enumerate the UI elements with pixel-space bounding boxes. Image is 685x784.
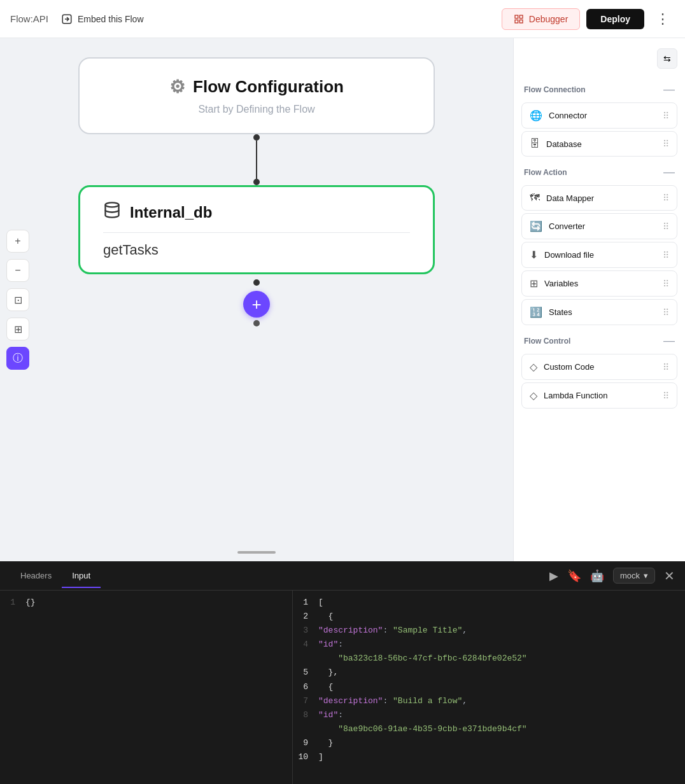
- section-title-flow-action: Flow Action: [524, 168, 567, 177]
- sidebar-item-label-data-mapper: Data Mapper: [546, 193, 594, 203]
- left-code-area: 1 {}: [0, 591, 292, 615]
- sidebar-toggle-button[interactable]: ⇆: [657, 48, 677, 69]
- drag-handle-custom-code[interactable]: ⠿: [663, 362, 669, 372]
- flow-container: ⚙ Flow Configuration Start by Defining t…: [40, 38, 473, 326]
- sidebar-item-variables[interactable]: ⊞ Variables ⠿: [521, 270, 677, 297]
- drag-handle-converter[interactable]: ⠿: [663, 221, 669, 232]
- lambda-function-icon: ◇: [530, 389, 537, 402]
- info-button[interactable]: ⓘ: [6, 347, 29, 370]
- drag-handle-data-mapper[interactable]: ⠿: [663, 193, 669, 203]
- sidebar-item-left-custom-code: ◇ Custom Code: [530, 361, 594, 373]
- sidebar-item-left-variables: ⊞ Variables: [530, 277, 578, 290]
- embed-flow-button[interactable]: Embed this Flow: [61, 13, 143, 25]
- more-options-button[interactable]: ⋮: [651, 8, 675, 30]
- svg-point-5: [106, 202, 119, 207]
- drag-handle-download-file[interactable]: ⠿: [663, 250, 669, 260]
- sidebar-item-left-database: 🗄 Database: [530, 138, 582, 150]
- drag-handle-states[interactable]: ⠿: [663, 307, 669, 318]
- connector-line: [256, 141, 257, 179]
- sidebar-item-data-mapper[interactable]: 🗺 Data Mapper ⠿: [521, 185, 677, 211]
- flow-config-node[interactable]: ⚙ Flow Configuration Start by Defining t…: [78, 57, 435, 134]
- flow-canvas[interactable]: + − ⊡ ⊞ ⓘ ⚙ Flow Configuration Start by …: [0, 38, 513, 561]
- db-node[interactable]: Internal_db getTasks: [78, 185, 435, 274]
- sidebar-item-left-connector: 🌐 Connector: [530, 109, 587, 122]
- sidebar-item-database[interactable]: 🗄 Database ⠿: [521, 131, 677, 157]
- section-collapse-flow-control[interactable]: —: [663, 334, 675, 347]
- drag-handle-lambda-function[interactable]: ⠿: [663, 391, 669, 401]
- sidebar-item-download-file[interactable]: ⬇ Download file ⠿: [521, 242, 677, 268]
- data-mapper-icon: 🗺: [530, 192, 540, 204]
- section-header-flow-control: Flow Control —: [514, 329, 685, 351]
- close-bottom-panel-button[interactable]: ✕: [664, 568, 675, 584]
- debugger-icon: [514, 14, 524, 24]
- sidebar-item-custom-code[interactable]: ◇ Custom Code ⠿: [521, 354, 677, 380]
- flow-config-title: ⚙ Flow Configuration: [169, 76, 344, 97]
- db-node-header: Internal_db: [103, 201, 410, 233]
- bottom-tab-right: ▶ 🔖 🤖 mock ▾ ✕: [549, 568, 675, 584]
- sidebar-item-connector[interactable]: 🌐 Connector ⠿: [521, 102, 677, 129]
- flow-title: Flow:API: [10, 13, 48, 24]
- sidebar-item-left-data-mapper: 🗺 Data Mapper: [530, 192, 594, 204]
- debugger-button[interactable]: Debugger: [502, 8, 581, 30]
- left-code-editor[interactable]: 1 {}: [0, 591, 293, 784]
- db-method: getTasks: [103, 233, 410, 258]
- grid-button[interactable]: ⊞: [6, 318, 29, 340]
- right-code-output: 1[ 2 { 3"description": "Sample Title", 4…: [293, 591, 685, 784]
- converter-icon: 🔄: [530, 220, 542, 232]
- sidebar-item-label-states: States: [549, 307, 572, 317]
- sidebar-item-lambda-function[interactable]: ◇ Lambda Function ⠿: [521, 382, 677, 409]
- sidebar-item-label-download-file: Download file: [544, 250, 594, 260]
- right-code-area: 1[ 2 { 3"description": "Sample Title", 4…: [293, 591, 685, 769]
- sidebar-item-label-variables: Variables: [544, 279, 578, 288]
- scroll-handle: [237, 551, 276, 554]
- mock-select[interactable]: mock ▾: [613, 568, 655, 584]
- connector-icon: 🌐: [530, 109, 542, 122]
- section-header-flow-action: Flow Action —: [514, 160, 685, 183]
- section-title-flow-control: Flow Control: [524, 337, 570, 346]
- fit-button[interactable]: ⊡: [6, 288, 29, 311]
- sidebar-item-label-converter: Converter: [549, 221, 585, 231]
- bottom-panel: Headers Input ▶ 🔖 🤖 mock ▾ ✕ 1 {}: [0, 561, 685, 784]
- sidebar-item-label-connector: Connector: [549, 111, 587, 120]
- settings-button[interactable]: 🤖: [590, 569, 604, 583]
- sidebar-item-left-lambda-function: ◇ Lambda Function: [530, 389, 607, 402]
- bookmark-button[interactable]: 🔖: [567, 569, 581, 583]
- zoom-in-button[interactable]: +: [6, 230, 29, 253]
- sidebar-item-label-lambda-function: Lambda Function: [544, 391, 607, 400]
- connector-dot-3: [253, 279, 260, 286]
- chevron-down-icon: ▾: [644, 571, 648, 580]
- section-collapse-flow-action[interactable]: —: [663, 165, 675, 179]
- svg-rect-4: [519, 20, 523, 23]
- section-header-flow-connection: Flow Connection —: [514, 78, 685, 100]
- add-node-button[interactable]: +: [243, 291, 270, 318]
- sidebar-item-label-database: Database: [546, 139, 582, 149]
- sidebar-item-left-download-file: ⬇ Download file: [530, 249, 594, 261]
- custom-code-icon: ◇: [530, 361, 537, 373]
- section-collapse-flow-connection[interactable]: —: [663, 83, 675, 96]
- main-area: + − ⊡ ⊞ ⓘ ⚙ Flow Configuration Start by …: [0, 38, 685, 561]
- gear-icon: ⚙: [169, 76, 185, 97]
- right-sidebar: ⇆ Flow Connection — 🌐 Connector ⠿ 🗄 Data…: [513, 38, 685, 561]
- database-icon: 🗄: [530, 138, 540, 150]
- bottom-content: 1 {} 1[ 2 { 3"description": "Sample Titl…: [0, 591, 685, 784]
- svg-rect-3: [515, 20, 518, 23]
- drag-handle-variables[interactable]: ⠿: [663, 279, 669, 289]
- drag-handle-database[interactable]: ⠿: [663, 139, 669, 149]
- run-button[interactable]: ▶: [549, 569, 558, 583]
- tab-headers[interactable]: Headers: [10, 563, 62, 588]
- flow-config-subtitle: Start by Defining the Flow: [198, 104, 314, 115]
- sidebar-item-states[interactable]: 🔢 States ⠿: [521, 299, 677, 325]
- connector-dot-top: [253, 134, 260, 141]
- sidebar-sections: Flow Connection — 🌐 Connector ⠿ 🗄 Databa…: [514, 78, 685, 409]
- drag-handle-connector[interactable]: ⠿: [663, 111, 669, 121]
- deploy-button[interactable]: Deploy: [586, 9, 644, 29]
- zoom-out-button[interactable]: −: [6, 259, 29, 282]
- sidebar-item-converter[interactable]: 🔄 Converter ⠿: [521, 213, 677, 239]
- add-button-container: +: [243, 279, 270, 326]
- bottom-tabs-bar: Headers Input ▶ 🔖 🤖 mock ▾ ✕: [0, 561, 685, 591]
- embed-icon: [61, 13, 73, 25]
- tab-input[interactable]: Input: [62, 563, 101, 588]
- connector-dot-bottom: [253, 179, 260, 185]
- sidebar-item-left-converter: 🔄 Converter: [530, 220, 585, 232]
- download-file-icon: ⬇: [530, 249, 538, 261]
